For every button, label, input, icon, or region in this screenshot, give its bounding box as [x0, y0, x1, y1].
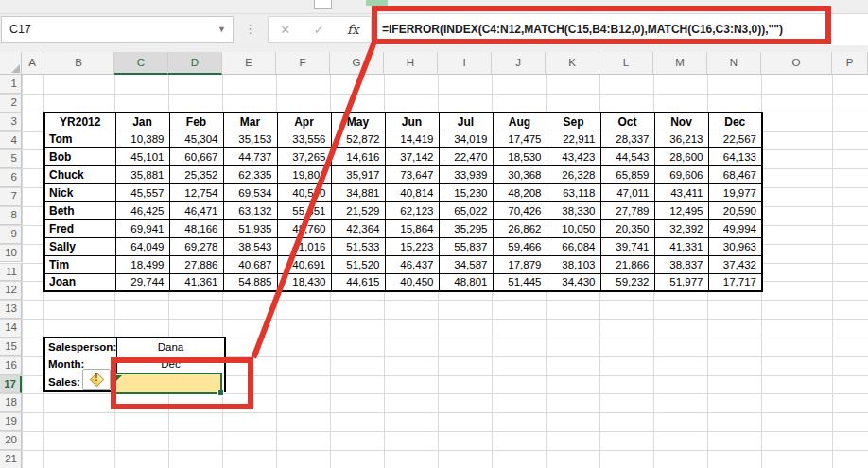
- value-cell[interactable]: 20,590: [708, 201, 762, 219]
- value-cell[interactable]: 59,232: [600, 273, 654, 291]
- salesperson-name-cell[interactable]: Chuck: [44, 166, 115, 184]
- value-cell[interactable]: 30,963: [708, 237, 762, 255]
- value-cell[interactable]: 28,337: [600, 130, 654, 148]
- value-cell[interactable]: 14,419: [385, 130, 439, 148]
- value-cell[interactable]: 21,866: [600, 255, 654, 273]
- column-header-H[interactable]: H: [384, 52, 438, 75]
- month-header-Oct[interactable]: Oct: [600, 113, 654, 130]
- salesperson-name-cell[interactable]: Tom: [44, 130, 115, 148]
- value-cell[interactable]: 15,864: [385, 219, 439, 237]
- value-cell[interactable]: 44,737: [223, 148, 277, 166]
- row-header-13[interactable]: 13: [0, 300, 22, 319]
- salesperson-name-cell[interactable]: Beth: [44, 201, 115, 219]
- value-cell[interactable]: 35,153: [223, 130, 277, 148]
- column-header-O[interactable]: O: [761, 52, 832, 75]
- value-cell[interactable]: 65,022: [439, 201, 493, 219]
- select-all-corner[interactable]: [0, 52, 22, 75]
- row-header-12[interactable]: 12: [0, 281, 22, 300]
- value-cell[interactable]: 38,330: [547, 201, 600, 219]
- value-cell[interactable]: 34,881: [331, 184, 385, 202]
- error-smart-tag-button[interactable]: !: [82, 369, 111, 390]
- value-cell[interactable]: 48,801: [439, 273, 493, 291]
- value-cell[interactable]: 30,368: [493, 166, 547, 184]
- value-cell[interactable]: 63,132: [223, 201, 277, 219]
- value-cell[interactable]: 46,425: [115, 201, 169, 219]
- value-cell[interactable]: 37,265: [277, 148, 331, 166]
- value-cell[interactable]: 69,534: [223, 184, 277, 202]
- row-header-1[interactable]: 1: [0, 75, 22, 94]
- row-header-19[interactable]: 19: [0, 412, 22, 431]
- column-header-A[interactable]: A: [22, 52, 43, 75]
- value-cell[interactable]: 34,430: [547, 273, 600, 291]
- value-cell[interactable]: 51,520: [331, 255, 385, 273]
- value-cell[interactable]: 32,392: [654, 219, 708, 237]
- value-cell[interactable]: 36,213: [654, 130, 708, 148]
- value-cell[interactable]: 20,350: [600, 219, 654, 237]
- value-cell[interactable]: 51,533: [331, 237, 385, 255]
- row-header-17[interactable]: 17: [0, 375, 22, 394]
- value-cell[interactable]: 29,744: [115, 273, 169, 291]
- value-cell[interactable]: 22,470: [439, 148, 493, 166]
- value-cell[interactable]: 51,977: [654, 273, 708, 291]
- month-header-Nov[interactable]: Nov: [654, 113, 708, 130]
- row-header-7[interactable]: 7: [0, 187, 22, 206]
- value-cell[interactable]: 18,499: [115, 255, 169, 273]
- row-header-14[interactable]: 14: [0, 319, 22, 338]
- insert-function-icon[interactable]: fx: [347, 22, 359, 37]
- value-cell[interactable]: 39,741: [600, 237, 654, 255]
- value-cell[interactable]: 19,977: [708, 184, 762, 202]
- value-cell[interactable]: 42,364: [331, 219, 385, 237]
- salesperson-name-cell[interactable]: Bob: [44, 148, 115, 166]
- value-cell[interactable]: 26,328: [547, 166, 600, 184]
- value-cell[interactable]: 17,717: [708, 273, 762, 291]
- value-cell[interactable]: 68,467: [708, 166, 762, 184]
- column-header-J[interactable]: J: [492, 52, 546, 75]
- salesperson-label-cell[interactable]: Salesperson:: [44, 338, 117, 355]
- column-header-G[interactable]: G: [330, 52, 384, 75]
- cancel-icon[interactable]: ✕: [280, 23, 290, 37]
- value-cell[interactable]: 69,606: [654, 166, 708, 184]
- salesperson-name-cell[interactable]: Tim: [44, 255, 115, 273]
- value-cell[interactable]: 12,754: [169, 184, 223, 202]
- value-cell[interactable]: 38,103: [547, 255, 600, 273]
- value-cell[interactable]: 46,471: [169, 201, 223, 219]
- column-header-P[interactable]: P: [832, 52, 868, 75]
- value-cell[interactable]: 21,529: [331, 201, 385, 219]
- column-header-N[interactable]: N: [707, 52, 761, 75]
- value-cell[interactable]: 15,230: [439, 184, 493, 202]
- value-cell[interactable]: 27,789: [600, 201, 654, 219]
- value-cell[interactable]: 40,687: [223, 255, 277, 273]
- row-header-21[interactable]: 21: [0, 450, 22, 468]
- row-header-4[interactable]: 4: [0, 131, 22, 150]
- value-cell[interactable]: 64,133: [708, 148, 762, 166]
- value-cell[interactable]: 70,426: [493, 201, 547, 219]
- value-cell[interactable]: 17,475: [493, 130, 547, 148]
- month-header-Sep[interactable]: Sep: [547, 113, 600, 130]
- value-cell[interactable]: 10,050: [547, 219, 600, 237]
- value-cell[interactable]: 28,600: [654, 148, 708, 166]
- value-cell[interactable]: 18,530: [493, 148, 547, 166]
- row-header-18[interactable]: 18: [0, 393, 22, 412]
- value-cell[interactable]: 40,570: [277, 184, 331, 202]
- value-cell[interactable]: 22,911: [547, 130, 600, 148]
- column-header-D[interactable]: D: [168, 52, 222, 75]
- salesperson-name-cell[interactable]: Joan: [44, 273, 115, 291]
- salesperson-name-cell[interactable]: Fred: [44, 219, 115, 237]
- value-cell[interactable]: 43,423: [547, 148, 600, 166]
- name-box[interactable]: C17 ▼: [1, 16, 234, 43]
- value-cell[interactable]: 41,361: [169, 273, 223, 291]
- value-cell[interactable]: 38,837: [654, 255, 708, 273]
- column-header-C[interactable]: C: [114, 52, 168, 75]
- month-header-Jun[interactable]: Jun: [385, 113, 439, 130]
- value-cell[interactable]: 64,049: [115, 237, 169, 255]
- name-box-dropdown-icon[interactable]: ▼: [217, 17, 226, 42]
- column-header-M[interactable]: M: [653, 52, 707, 75]
- value-cell[interactable]: 15,223: [385, 237, 439, 255]
- row-header-9[interactable]: 9: [0, 225, 22, 244]
- value-cell[interactable]: 45,557: [115, 184, 169, 202]
- value-cell[interactable]: 46,437: [385, 255, 439, 273]
- row-header-15[interactable]: 15: [0, 338, 22, 356]
- value-cell[interactable]: 48,166: [169, 219, 223, 237]
- value-cell[interactable]: 60,667: [169, 148, 223, 166]
- value-cell[interactable]: 45,304: [169, 130, 223, 148]
